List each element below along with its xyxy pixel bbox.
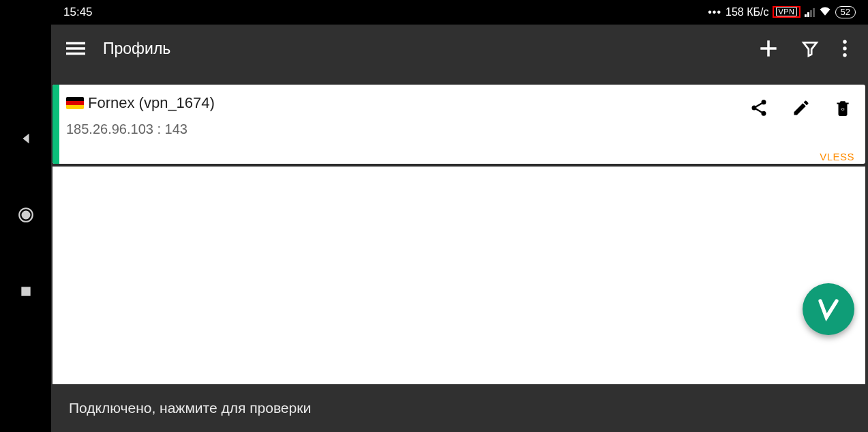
toolbar-title: Профиль [103, 40, 741, 58]
profile-address: 185.26.96.103 : 143 [66, 121, 749, 137]
svg-point-1 [21, 211, 30, 220]
germany-flag-icon [66, 97, 84, 109]
signal-icon [805, 8, 815, 17]
delete-button[interactable] [834, 98, 852, 137]
home-button[interactable] [17, 206, 35, 227]
svg-point-11 [762, 100, 766, 104]
recents-button[interactable] [19, 285, 33, 301]
system-nav-rail [0, 0, 51, 432]
status-icons: ••• 158 КБ/с VPN 52 [708, 6, 856, 19]
profile-card[interactable]: Fornex (vpn_1674) 185.26.96.103 : 143 [53, 85, 865, 164]
active-indicator [53, 85, 59, 164]
svg-rect-5 [66, 53, 85, 55]
svg-point-9 [843, 46, 846, 50]
profile-name: Fornex (vpn_1674) [66, 94, 749, 112]
protocol-label: VLESS [820, 151, 854, 162]
svg-point-10 [843, 53, 846, 57]
more-button[interactable] [842, 40, 848, 57]
back-button[interactable] [18, 131, 33, 149]
svg-point-13 [762, 111, 766, 116]
menu-button[interactable] [66, 39, 85, 58]
svg-rect-3 [66, 42, 85, 44]
wifi-icon [819, 6, 831, 18]
share-button[interactable] [749, 98, 768, 137]
app-screen: 15:45 ••• 158 КБ/с VPN 52 Профиль [51, 0, 868, 432]
profile-list-background [53, 167, 865, 384]
svg-rect-4 [66, 47, 85, 50]
battery-indicator: 52 [835, 6, 856, 19]
svg-rect-7 [760, 47, 776, 50]
add-button[interactable] [759, 39, 778, 58]
svg-rect-2 [21, 287, 30, 296]
clock: 15:45 [63, 5, 93, 19]
svg-point-12 [752, 106, 757, 111]
vpn-indicator-highlighted: VPN [773, 6, 800, 18]
filter-button[interactable] [801, 40, 819, 57]
app-toolbar: Профиль [51, 25, 868, 72]
more-dots: ••• [708, 6, 721, 18]
connect-fab[interactable] [803, 283, 854, 335]
status-bar: 15:45 ••• 158 КБ/с VPN 52 [51, 0, 868, 25]
svg-point-8 [843, 40, 846, 44]
connection-status[interactable]: Подключено, нажмите для проверки [51, 384, 868, 432]
edit-button[interactable] [792, 98, 811, 137]
network-speed: 158 КБ/с [725, 6, 768, 18]
content-area: Fornex (vpn_1674) 185.26.96.103 : 143 [51, 72, 868, 384]
status-text: Подключено, нажмите для проверки [69, 400, 311, 416]
